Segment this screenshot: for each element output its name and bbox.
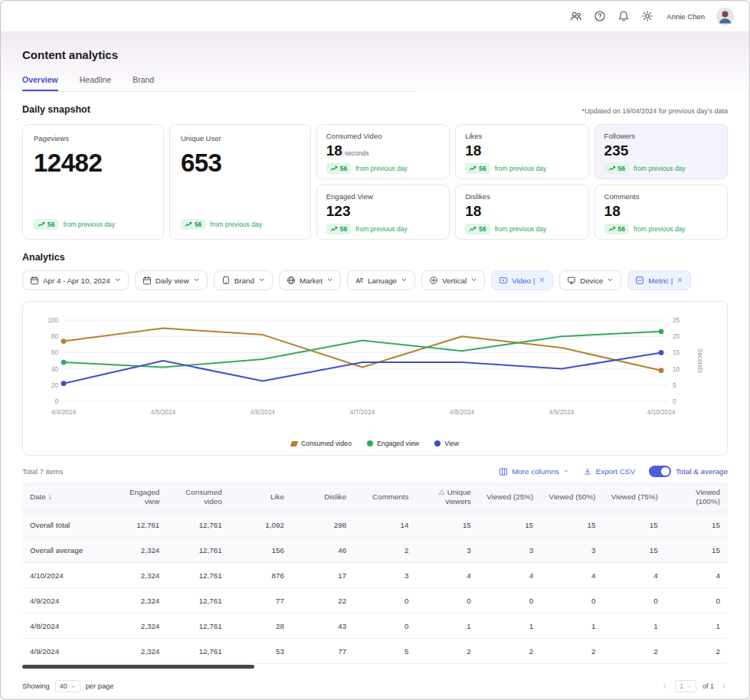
tab-headline[interactable]: Headline xyxy=(80,75,111,91)
legend-item-consumed-video[interactable]: Consumed video xyxy=(291,440,352,447)
row-value-cell: 0 xyxy=(603,588,665,613)
chart-legend: Consumed videoEngaged viewView xyxy=(32,440,718,447)
per-page-label: per page xyxy=(86,682,114,690)
notifications-icon[interactable] xyxy=(617,10,630,22)
filter-chip-apr-4-apr-10-2024[interactable]: Apr 4 - Apr 10, 2024 xyxy=(22,270,129,290)
column-header-viewed-100[interactable]: Viewed (100%) xyxy=(666,482,728,512)
card-followers[interactable]: Followers 235 56 from previous day xyxy=(594,124,728,179)
svg-text:80: 80 xyxy=(51,332,59,340)
filter-chip-market[interactable]: Market xyxy=(279,270,341,290)
svg-text:60: 60 xyxy=(51,348,59,356)
filter-chip-label: Market xyxy=(300,276,323,285)
daily-snapshot-header: Daily snapshot *Updated on 19/04/2024 fo… xyxy=(22,104,728,115)
user-name: Annie Chen xyxy=(666,12,705,21)
chevron-down-icon xyxy=(70,684,76,689)
help-icon[interactable] xyxy=(594,10,606,22)
column-header-consumed-video[interactable]: Consumed video xyxy=(167,482,229,512)
svg-text:5: 5 xyxy=(673,381,676,389)
svg-text:4/5/2024: 4/5/2024 xyxy=(151,408,176,416)
card-likes[interactable]: Likes 18 56 from previous day xyxy=(455,124,588,179)
chevron-down-icon xyxy=(326,276,333,285)
card-label: Followers xyxy=(604,132,718,140)
card-unique-user[interactable]: Unique User 653 56 from previous day xyxy=(169,124,311,240)
row-value-cell: 17 xyxy=(292,563,354,588)
row-value-cell: 12,761 xyxy=(105,512,167,538)
previous-page-button[interactable] xyxy=(661,682,669,690)
horizontal-scrollbar[interactable] xyxy=(22,665,254,669)
row-value-cell: 2 xyxy=(416,639,478,664)
table-row: Overall total12,76112,7611,0922981415151… xyxy=(22,512,728,538)
column-header-viewed-25[interactable]: Viewed (25%) xyxy=(479,482,541,512)
chevron-down-icon xyxy=(401,276,408,285)
page-number-select[interactable]: 1 xyxy=(675,680,696,692)
row-date-cell: 4/10/2024 xyxy=(22,563,105,588)
row-value-cell: 28 xyxy=(230,613,292,639)
card-value: 18 xyxy=(465,203,578,220)
card-pageviews[interactable]: Pageviews 12482 56 from previous day xyxy=(22,124,164,240)
table-row: 4/10/20242,32412,76187617344444 xyxy=(22,563,728,588)
row-value-cell: 0 xyxy=(479,588,541,613)
close-icon[interactable] xyxy=(676,276,683,285)
filter-chip-brand[interactable]: Brand xyxy=(214,270,273,290)
column-header-date[interactable]: Date↓ xyxy=(22,482,105,512)
column-header-engaged-view[interactable]: Engaged view xyxy=(105,482,167,512)
next-page-button[interactable] xyxy=(720,682,728,690)
filter-chip-device[interactable]: Device xyxy=(559,270,621,290)
trend-up-icon xyxy=(330,165,338,172)
tab-overview[interactable]: Overview xyxy=(22,75,58,91)
column-header-comments[interactable]: Comments xyxy=(354,482,416,512)
column-header-dislike[interactable]: Dislike xyxy=(292,482,354,512)
toggle-switch[interactable] xyxy=(649,466,671,477)
card-engaged-view[interactable]: Engaged View 123 56 from previous day xyxy=(316,185,450,240)
total-average-toggle[interactable]: Total & average xyxy=(649,466,728,477)
card-dislikes[interactable]: Dislikes 18 56 from previous day xyxy=(455,185,588,240)
card-consumed-video[interactable]: Consumed Video 18seconds 56 from previou… xyxy=(316,124,450,179)
svg-text:15: 15 xyxy=(673,348,680,356)
column-label: Viewed (25%) xyxy=(486,492,533,501)
contacts-icon[interactable] xyxy=(570,10,582,22)
legend-item-engaged-view[interactable]: Engaged view xyxy=(367,440,419,447)
updated-note: *Updated on 19/04/2024 for previous day'… xyxy=(582,107,728,115)
export-csv-button[interactable]: Export CSV xyxy=(583,467,635,476)
card-comments[interactable]: Comments 18 56 from previous day xyxy=(594,185,728,240)
more-columns-button[interactable]: More columns xyxy=(499,467,569,476)
table-row: 4/8/20242,32412,7612843011111 xyxy=(22,613,728,639)
close-icon[interactable] xyxy=(539,276,545,285)
analytics-line-chart: 0204060801000510152025Seconds4/4/20244/5… xyxy=(22,301,728,456)
row-date-cell: 4/8/2024 xyxy=(22,613,105,639)
trend-badge: 56 from previous day xyxy=(604,163,718,174)
filter-chip-lanuage[interactable]: Lanuage xyxy=(347,270,415,290)
column-header-viewed-75[interactable]: Viewed (75%) xyxy=(603,482,665,512)
filter-bar: Apr 4 - Apr 10, 2024Daily viewBrandMarke… xyxy=(22,270,728,290)
column-header-viewed-50[interactable]: Viewed (50%) xyxy=(541,482,603,512)
legend-item-view[interactable]: View xyxy=(434,440,459,447)
filter-chip-daily-view[interactable]: Daily view xyxy=(135,270,208,290)
filter-chip-video[interactable]: Video | xyxy=(491,270,553,290)
column-label: Like xyxy=(270,492,284,501)
column-label: Consumed video xyxy=(185,488,221,505)
snapshot-cards: Pageviews 12482 56 from previous day Uni… xyxy=(22,124,728,240)
column-header-unique-viewers[interactable]: Unique viewers xyxy=(416,482,478,512)
user-avatar[interactable] xyxy=(716,8,734,25)
row-value-cell: 15 xyxy=(666,512,728,538)
filter-chip-vertical[interactable]: Vertical xyxy=(421,270,485,290)
row-value-cell: 2,324 xyxy=(105,613,167,639)
row-value-cell: 0 xyxy=(354,588,416,613)
card-label: Dislikes xyxy=(465,192,578,201)
column-label: Comments xyxy=(372,492,408,501)
trend-badge: 56 from previous day xyxy=(34,219,152,230)
filter-chip-metric[interactable]: Metric | xyxy=(627,270,691,290)
card-label: Pageviews xyxy=(34,134,152,142)
row-value-cell: 2 xyxy=(603,639,665,664)
tab-brand[interactable]: Brand xyxy=(133,75,154,91)
row-value-cell: 77 xyxy=(292,639,354,664)
column-header-like[interactable]: Like xyxy=(230,482,292,512)
page-title: Content analytics xyxy=(22,48,728,61)
analytics-header: Analytics xyxy=(22,252,728,263)
settings-icon[interactable] xyxy=(641,10,653,22)
filter-chip-label: Vertical xyxy=(442,276,467,285)
page-size-select[interactable]: 40 xyxy=(55,680,80,692)
filter-chip-label: Apr 4 - Apr 10, 2024 xyxy=(43,276,110,285)
svg-text:4/6/2024: 4/6/2024 xyxy=(251,408,276,416)
svg-text:20: 20 xyxy=(51,381,59,389)
